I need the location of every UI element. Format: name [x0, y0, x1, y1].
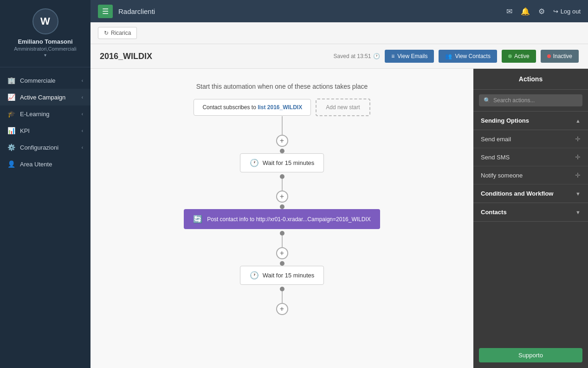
section-conditions-workflow[interactable]: Conditions and Workflow ▼ [473, 184, 588, 203]
campaign-header: 2016_WILDIX Saved at 13:51 🕐 ≡ View Emai… [90, 44, 588, 69]
user-name: Emiliano Tomasoni [18, 38, 72, 45]
drag-notify-icon[interactable]: ✛ [575, 171, 581, 179]
clock-icon-2: 🕐 [250, 271, 259, 280]
sidebar-label-area-utente: Area Utente [20, 161, 52, 168]
topbar-title: Radarclienti [118, 7, 155, 15]
search-icon: 🔍 [484, 97, 491, 104]
add-new-start-label: Add new start [326, 104, 360, 111]
sidebar-divider [0, 67, 90, 67]
sidebar-label-active-campaign: Active Campaign [20, 94, 65, 101]
clock-icon-1: 🕐 [250, 158, 259, 167]
kpi-icon: 📊 [7, 127, 15, 134]
supporto-label: Supporto [518, 352, 543, 359]
trigger-box[interactable]: Contact subscribes to list 2016_WILDIX [194, 99, 311, 116]
chevron-configurazioni: ‹ [82, 145, 83, 150]
saved-text: Saved at 13:51 🕐 [334, 53, 381, 59]
email-icon[interactable]: ✉ [506, 7, 512, 16]
settings-icon[interactable]: ⚙ [538, 7, 545, 16]
start-text: Start this automation when one of these … [196, 83, 368, 90]
sending-options-items: Send email ✛ Send SMS ✛ Notify someone ✛ [473, 130, 588, 184]
email-list-icon: ≡ [391, 53, 394, 59]
refresh-button[interactable]: ↻ Ricarica [98, 27, 137, 39]
configurazioni-icon: ⚙️ [7, 144, 15, 151]
history-icon[interactable]: 🕐 [373, 53, 380, 59]
add-step-button-4[interactable]: + [276, 303, 288, 315]
bell-icon[interactable]: 🔔 [521, 7, 530, 16]
contacts-chevron: ▼ [575, 210, 581, 215]
connector-dot-4 [280, 231, 284, 236]
connector-svg-3 [282, 236, 283, 247]
saved-label: Saved at 13:51 [334, 53, 371, 59]
send-email-label: Send email [481, 136, 511, 143]
actions-panel: Actions 🔍 Sending Options ▲ Send email ✛… [473, 69, 588, 368]
connector-dot-6 [280, 287, 284, 291]
sidebar-label-commerciale: Commerciale [20, 77, 56, 84]
add-step-button-1[interactable]: + [276, 135, 288, 147]
connector-svg-1 [282, 116, 283, 135]
sidebar-logo: W Emiliano Tomasoni Amministratori,Comme… [0, 0, 90, 62]
area-utente-icon: 👤 [7, 160, 15, 168]
wait-box-1[interactable]: 🕐 Wait for 15 minutes [240, 153, 324, 172]
connector-svg-4 [282, 291, 283, 303]
inactive-button[interactable]: Inactive [541, 50, 579, 63]
active-label: Active [514, 53, 530, 59]
action-item-send-email[interactable]: Send email ✛ [473, 130, 588, 148]
actions-panel-title: Actions [473, 69, 588, 90]
add-new-start-box[interactable]: Add new start [316, 99, 370, 116]
logo-letter: W [40, 15, 50, 27]
chevron-kpi: ‹ [82, 128, 83, 133]
chevron-commerciale: ‹ [82, 78, 83, 83]
conditions-workflow-chevron: ▼ [575, 191, 581, 197]
logo-circle: W [32, 8, 58, 34]
drag-send-email-icon[interactable]: ✛ [575, 135, 581, 143]
user-expand[interactable]: ▾ [44, 53, 46, 58]
search-box: 🔍 [479, 94, 582, 106]
hamburger-button[interactable]: ☰ [98, 5, 113, 18]
sidebar-item-commerciale[interactable]: 🏢 Commerciale ‹ [0, 72, 90, 89]
inactive-dot [547, 54, 551, 58]
add-step-button-2[interactable]: + [276, 191, 288, 203]
connector-dot-2 [280, 174, 284, 179]
view-contacts-button[interactable]: 👥 View Contacts [439, 50, 497, 63]
contacts-title: Contacts [481, 209, 507, 216]
sidebar-item-active-campaign[interactable]: 📈 Active Campaign ‹ [0, 89, 90, 105]
post-contact-label: Post contact info to http://xr01-0.xrada… [207, 216, 371, 223]
drag-send-sms-icon[interactable]: ✛ [575, 153, 581, 161]
add-step-button-3[interactable]: + [276, 247, 288, 259]
campaign-title: 2016_WILDIX [100, 52, 152, 61]
supporto-button[interactable]: Supporto [479, 348, 582, 362]
inactive-label: Inactive [553, 53, 572, 59]
chevron-e-learning: ‹ [82, 112, 83, 117]
section-contacts[interactable]: Contacts ▼ [473, 203, 588, 222]
wait-box-2[interactable]: 🕐 Wait for 15 minutes [240, 266, 324, 285]
active-button[interactable]: Active [502, 50, 536, 63]
sidebar-item-e-learning[interactable]: 🎓 E-Learning ‹ [0, 105, 90, 122]
start-description: Start this automation when one of these … [196, 83, 368, 90]
logout-button[interactable]: ↪ Log out [553, 8, 581, 15]
trigger-row: Contact subscribes to list 2016_WILDIX A… [194, 99, 370, 116]
sidebar-item-area-utente[interactable]: 👤 Area Utente [0, 156, 90, 172]
sidebar-item-kpi[interactable]: 📊 KPI ‹ [0, 122, 90, 139]
search-input[interactable] [493, 97, 578, 104]
wait-label-1: Wait for 15 minutes [263, 159, 315, 166]
conditions-workflow-title: Conditions and Workflow [481, 190, 553, 197]
commerciale-icon: 🏢 [7, 77, 15, 84]
post-contact-box[interactable]: 🔄 Post contact info to http://xr01-0.xra… [184, 209, 380, 229]
view-emails-label: View Emails [397, 53, 427, 59]
section-sending-options[interactable]: Sending Options ▲ [473, 112, 588, 130]
sending-options-title: Sending Options [481, 117, 529, 124]
sidebar-item-configurazioni[interactable]: ⚙️ Configurazioni ‹ [0, 139, 90, 156]
sidebar-label-configurazioni: Configurazioni [20, 144, 58, 151]
canvas: Start this automation when one of these … [90, 69, 473, 368]
main-content: ☰ Radarclienti ✉ 🔔 ⚙ ↪ Log out ↻ Ricaric… [90, 0, 588, 368]
e-learning-icon: 🎓 [7, 110, 15, 118]
action-item-send-sms[interactable]: Send SMS ✛ [473, 148, 588, 166]
post-icon: 🔄 [193, 215, 202, 223]
contacts-icon: 👥 [445, 53, 452, 59]
connector-svg-2 [282, 179, 283, 191]
user-role: Amministratori,Commerciali [14, 46, 76, 52]
view-emails-button[interactable]: ≡ View Emails [385, 50, 434, 63]
action-item-notify-someone[interactable]: Notify someone ✛ [473, 166, 588, 184]
wait-label-2: Wait for 15 minutes [263, 272, 315, 279]
middle-area: Start this automation when one of these … [90, 69, 588, 368]
